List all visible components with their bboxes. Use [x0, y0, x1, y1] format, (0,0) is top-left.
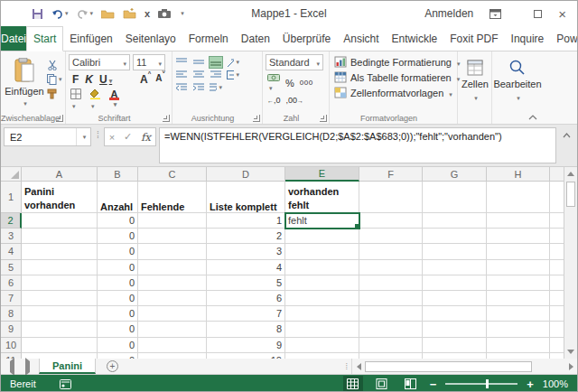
- vertical-scrollbar[interactable]: [564, 167, 577, 359]
- cell-h6[interactable]: [487, 275, 550, 291]
- cell-e6[interactable]: [285, 275, 359, 291]
- row-header-7[interactable]: 7: [1, 291, 22, 306]
- fill-color-button[interactable]: [89, 89, 101, 110]
- cell-a4[interactable]: [22, 244, 98, 259]
- cell-c3[interactable]: [138, 229, 207, 244]
- cell-a3[interactable]: [22, 229, 98, 244]
- cell-h7[interactable]: [487, 291, 550, 306]
- cell-f9[interactable]: [359, 322, 423, 337]
- cell-c1[interactable]: Fehlende: [138, 182, 207, 213]
- decrease-font-button[interactable]: A˅: [155, 73, 165, 86]
- tab-formeln[interactable]: Formeln: [182, 26, 235, 51]
- bold-button[interactable]: F: [72, 73, 79, 86]
- number-format-select[interactable]: Standard: [266, 54, 323, 70]
- cell-b8[interactable]: 0: [98, 306, 138, 322]
- row-header-4[interactable]: 4: [1, 244, 22, 259]
- percent-style-button[interactable]: %: [285, 78, 294, 89]
- cell-g9[interactable]: [423, 322, 487, 337]
- close-button[interactable]: ×: [558, 7, 566, 21]
- cell-d2[interactable]: 1: [207, 213, 285, 229]
- cell-f10[interactable]: [359, 338, 423, 353]
- cell-c6[interactable]: [138, 275, 207, 291]
- new-folder-icon[interactable]: [123, 8, 136, 19]
- tab-einf-gen[interactable]: Einfügen: [63, 26, 118, 51]
- column-header-g[interactable]: G: [423, 167, 487, 182]
- column-header-a[interactable]: A: [22, 167, 98, 182]
- cell-b6[interactable]: 0: [98, 275, 138, 291]
- cut-icon[interactable]: [47, 60, 62, 70]
- cell-d4[interactable]: 3: [207, 244, 285, 259]
- cell-d1[interactable]: Liste komplett: [207, 182, 285, 213]
- font-size-select[interactable]: 11: [133, 54, 165, 70]
- horizontal-scroll-thumb[interactable]: [365, 361, 532, 372]
- format-painter-icon[interactable]: [47, 89, 62, 99]
- cell-h1[interactable]: [487, 182, 550, 213]
- cell-b9[interactable]: 0: [98, 322, 138, 337]
- cell-e9[interactable]: [285, 322, 359, 337]
- cell-c7[interactable]: [138, 291, 207, 306]
- tab-inquire[interactable]: Inquire: [505, 26, 551, 51]
- cell-g2[interactable]: [423, 213, 487, 229]
- row-header-9[interactable]: 9: [1, 322, 22, 337]
- align-top-button[interactable]: [175, 57, 188, 68]
- tab-daten[interactable]: Daten: [235, 26, 276, 51]
- macro-record-icon[interactable]: [60, 378, 71, 389]
- new-sheet-button[interactable]: +: [107, 360, 118, 372]
- cells-button[interactable]: Zellen: [461, 54, 489, 102]
- cell-b5[interactable]: 0: [98, 260, 138, 275]
- page-break-view-button[interactable]: [401, 376, 421, 392]
- tab-power-piv[interactable]: Power Piv: [550, 26, 578, 51]
- zoom-slider[interactable]: [445, 383, 517, 385]
- accounting-format-button[interactable]: [267, 73, 280, 92]
- cell-g7[interactable]: [423, 291, 487, 306]
- cell-d7[interactable]: 6: [207, 291, 285, 306]
- cell-f7[interactable]: [359, 291, 423, 306]
- increase-indent-button[interactable]: [192, 82, 205, 93]
- orientation-button[interactable]: [227, 57, 239, 68]
- column-header-b[interactable]: B: [98, 167, 138, 182]
- zoom-level[interactable]: 100%: [543, 378, 568, 389]
- cell-f6[interactable]: [359, 275, 423, 291]
- horizontal-scrollbar[interactable]: [351, 359, 577, 374]
- cell-h9[interactable]: [487, 322, 550, 337]
- cell-c8[interactable]: [138, 306, 207, 322]
- tab-datei[interactable]: Datei: [1, 26, 26, 51]
- cell-b4[interactable]: 0: [98, 244, 138, 259]
- cell-c9[interactable]: [138, 322, 207, 337]
- align-left-button[interactable]: [175, 70, 188, 80]
- borders-button[interactable]: [70, 89, 81, 110]
- zoom-out-button[interactable]: −: [430, 378, 437, 391]
- column-header-c[interactable]: C: [138, 167, 207, 182]
- row-header-5[interactable]: 5: [1, 260, 22, 275]
- tab-seitenlayo[interactable]: Seitenlayo: [119, 26, 182, 51]
- column-header-e[interactable]: E: [285, 167, 359, 182]
- cell-b2[interactable]: 0: [98, 213, 138, 229]
- column-header-h[interactable]: H: [487, 167, 550, 182]
- ribbon-display-options-icon[interactable]: [489, 9, 501, 19]
- cell-g6[interactable]: [423, 275, 487, 291]
- maximize-button[interactable]: [534, 8, 542, 20]
- increase-decimal-button[interactable]: ←,0: [267, 96, 281, 105]
- align-center-button[interactable]: [192, 70, 205, 80]
- number-dialog-launcher[interactable]: [320, 115, 327, 122]
- row-header-10[interactable]: 10: [1, 338, 22, 353]
- cell-a9[interactable]: [22, 322, 98, 337]
- cell-a10[interactable]: [22, 338, 98, 353]
- close-tool-icon[interactable]: x: [144, 8, 150, 19]
- redo-button[interactable]: [77, 9, 94, 19]
- cell-f2[interactable]: [359, 213, 423, 229]
- cell-e4[interactable]: [285, 244, 359, 259]
- cell-a2[interactable]: [22, 213, 98, 229]
- cell-b10[interactable]: 0: [98, 338, 138, 353]
- row-header-8[interactable]: 8: [1, 306, 22, 322]
- column-header-d[interactable]: D: [207, 167, 285, 182]
- copy-icon[interactable]: [47, 74, 62, 85]
- tab-foxit-pdf[interactable]: Foxit PDF: [443, 26, 504, 51]
- cell-e3[interactable]: [285, 229, 359, 244]
- decrease-decimal-button[interactable]: ,00→: [286, 96, 304, 105]
- open-folder-icon[interactable]: [101, 9, 115, 19]
- cell-h8[interactable]: [487, 306, 550, 322]
- cell-c4[interactable]: [138, 244, 207, 259]
- save-icon[interactable]: [32, 8, 43, 20]
- underline-button[interactable]: U: [99, 73, 112, 86]
